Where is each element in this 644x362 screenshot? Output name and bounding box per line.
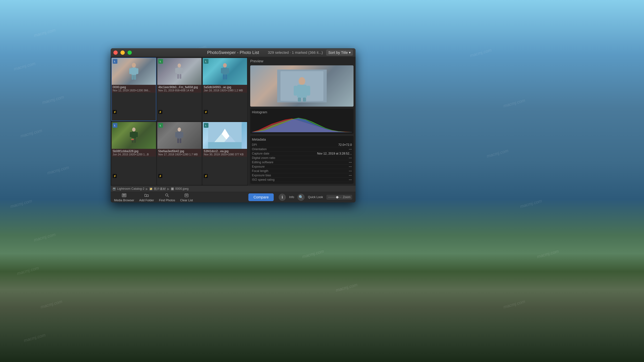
svg-rect-61 [124,196,126,196]
svg-rect-27 [136,132,138,137]
media-browser-icon [121,192,127,198]
find-photos-button[interactable]: Find Photos [159,192,175,202]
photo-thumb-4bc1 [157,58,202,85]
close-button[interactable] [113,50,118,55]
toolbar: Media Browser Add Folder [111,192,356,202]
svg-rect-39 [180,138,181,143]
svg-rect-10 [175,68,177,73]
svg-point-8 [178,63,181,67]
maximize-button[interactable] [128,50,132,55]
photo-item-5b08[interactable]: L ⚡ 5b08f1cbba328.jpg Jun 24, 2015 1920×… [111,122,156,185]
breadcrumb-catalog-label: Lightroom Catalog-2 [117,187,144,191]
photo-info-53f4: 53f41dcc2...ea.jpg Nov 30, 2019 1920×108… [203,149,247,157]
metadata-value-1: --- [349,147,352,151]
compare-button[interactable]: Compare [248,193,274,201]
svg-rect-11 [181,68,183,73]
add-folder-button[interactable]: Add Folder [139,192,154,202]
svg-rect-52 [297,85,307,98]
title-bar-right: 329 selected · 1 marked (366 it...) Sort… [268,50,353,56]
traffic-lights [113,50,132,55]
file-icon: 🖼 [171,187,174,190]
svg-rect-25 [132,132,136,138]
minimize-button[interactable] [120,50,125,55]
svg-point-34 [178,128,181,132]
photo-thumb-5b08 [112,122,156,149]
histogram-section: Histogram [250,109,354,134]
toolbar-left: Media Browser Add Folder [114,192,243,202]
photo-meta-5bef: Nov 17, 2018 1920×1280 1.7 MB [158,153,200,156]
photo-name-53f4: 53f41dcc2...ea.jpg [204,149,246,153]
photo-item-5a5d[interactable]: L ⚡ 5a5db34993...ac.jpg Jan 16, 2018 192… [202,58,247,121]
person-figure-5 [174,127,184,144]
breadcrumb-sep-2: ▶ [167,187,170,191]
svg-text:L: L [160,60,161,63]
svg-text:L: L [205,60,206,63]
preview-label: Preview [250,59,354,63]
photo-item-0000[interactable]: L ⚡ 0000.jpeg Nov 12, 2019 1920×1200 366… [111,58,156,121]
svg-rect-58 [123,194,124,195]
corner-badge-5a5d: ⚡ [204,110,208,114]
metadata-section: Metadata DPI 72.0×72.0 Orientation --- C… [250,136,354,184]
corner-badge-5bef: ⚡ [158,174,162,178]
svg-rect-55 [298,97,301,102]
photo-meta-53f4: Nov 30, 2019 1920×1080 377 KB [204,153,246,156]
photo-info-4bc1: 4bc1eec90b0...Fm_fw658.jpg Nov 21, 2019 … [157,85,202,93]
svg-rect-2 [129,68,132,74]
zoom-thumb[interactable] [336,196,338,198]
photo-thumb-5a5d [203,58,247,85]
photo-item-53f4[interactable]: L ⚡ 53f41dcc2...ea.jpg Nov 30, 2019 1920… [202,122,247,185]
photo-meta-4bc1: Nov 21, 2019 658×658 14 KB [158,89,200,92]
photo-name-0000: 0000.jpeg [113,85,155,89]
metadata-value-2: Nov 12, 2019 at 3:28:52... [317,152,352,155]
metadata-row-2: Capture date Nov 12, 2019 at 3:28:52... [252,151,352,156]
svg-rect-12 [177,74,179,79]
media-browser-label: Media Browser [114,199,134,202]
media-browser-button[interactable]: Media Browser [114,192,134,202]
zoom-label: Zoom [343,195,350,199]
photo-item-5bef[interactable]: L ⚡ 5befaa3ed5b42.jpg Nov 17, 2018 1920×… [157,122,202,185]
metadata-row-7: Exposure bias --- [252,173,352,178]
histogram-label: Histogram [252,110,352,114]
metadata-row-0: DPI 72.0×72.0 [252,143,352,147]
clear-list-icon [184,192,190,198]
svg-rect-18 [221,68,223,73]
info-icon: ℹ [282,195,283,199]
add-folder-svg [144,193,149,198]
svg-text:L: L [205,124,206,127]
breadcrumb-bar: 📷 Lightroom Catalog-2 ▶ 📁 图片素材 ▶ 🖼 0000.… [111,186,356,192]
preview-image-bg [250,65,354,107]
sort-label: Sort by Title [328,50,348,55]
metadata-row-8: ISO speed rating --- [252,178,352,182]
toolbar-center: Compare [248,193,274,201]
metadata-key-1: Orientation [252,147,267,151]
breadcrumb-folder: 图片素材 [154,187,166,191]
add-folder-icon [144,192,150,198]
svg-rect-57 [122,194,126,197]
corner-badge-53f4: ⚡ [204,174,208,178]
photo-meta-5b08: Jun 24, 2015 1920×1200 1...B [113,153,155,156]
metadata-value-3: --- [349,156,352,160]
badge-icon-0000: L [113,59,118,64]
clear-list-svg [184,193,189,198]
toolbar-right: ℹ Info 🔍 Quick Look Zoom [279,194,352,201]
zoom-control: Zoom [326,195,352,200]
clear-list-button[interactable]: Clear List [180,192,193,202]
breadcrumb-sep-1: ▶ [146,187,148,191]
svg-rect-20 [223,74,225,79]
clear-list-label: Clear List [180,199,193,202]
metadata-key-2: Capture date [252,152,269,155]
zoom-slider[interactable] [328,197,342,198]
info-button[interactable]: ℹ [279,194,286,201]
sort-button[interactable]: Sort by Title ▾ [326,50,353,56]
app-window: PhotoSweeper - Photo List 329 selected ·… [111,48,356,202]
svg-rect-38 [177,138,179,143]
photo-name-5bef: 5befaa3ed5b42.jpg [158,149,200,153]
quick-look-button[interactable]: 🔍 [298,194,304,201]
svg-rect-26 [130,132,132,137]
svg-rect-19 [227,68,229,73]
svg-text:L: L [114,60,116,63]
svg-rect-37 [181,132,183,137]
badge-icon-4bc1: L [158,59,163,64]
svg-rect-59 [124,194,126,195]
photo-item-4bc1[interactable]: L ⚡ 4bc1eec90b0...Fm_fw658.jpg Nov 21, 2… [157,58,202,121]
